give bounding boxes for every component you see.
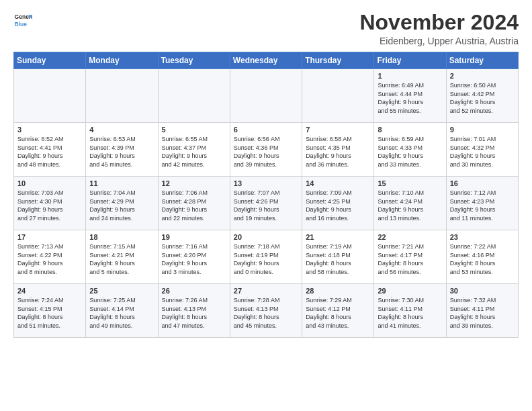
- calendar-cell: 18Sunrise: 7:15 AM Sunset: 4:21 PM Dayli…: [86, 230, 158, 284]
- col-friday: Friday: [374, 52, 446, 69]
- calendar-week-4: 17Sunrise: 7:13 AM Sunset: 4:22 PM Dayli…: [14, 230, 519, 284]
- day-number: 9: [450, 126, 515, 134]
- day-number: 11: [89, 179, 154, 187]
- day-info: Sunrise: 6:53 AM Sunset: 4:39 PM Dayligh…: [89, 135, 154, 169]
- day-number: 30: [450, 287, 515, 295]
- day-number: 19: [162, 233, 226, 241]
- calendar-cell: 9Sunrise: 7:01 AM Sunset: 4:32 PM Daylig…: [446, 123, 518, 177]
- day-info: Sunrise: 7:15 AM Sunset: 4:21 PM Dayligh…: [89, 242, 154, 276]
- day-info: Sunrise: 7:04 AM Sunset: 4:29 PM Dayligh…: [89, 189, 154, 222]
- svg-text:Blue: Blue: [15, 21, 28, 28]
- day-number: 17: [17, 233, 82, 241]
- svg-text:General: General: [15, 13, 32, 20]
- day-info: Sunrise: 7:24 AM Sunset: 4:15 PM Dayligh…: [17, 296, 82, 330]
- day-info: Sunrise: 6:49 AM Sunset: 4:44 PM Dayligh…: [378, 81, 442, 115]
- day-info: Sunrise: 7:13 AM Sunset: 4:22 PM Dayligh…: [17, 242, 82, 276]
- day-info: Sunrise: 7:28 AM Sunset: 4:13 PM Dayligh…: [234, 296, 298, 330]
- calendar-cell: 17Sunrise: 7:13 AM Sunset: 4:22 PM Dayli…: [14, 230, 86, 284]
- calendar-cell: 26Sunrise: 7:26 AM Sunset: 4:13 PM Dayli…: [158, 284, 230, 338]
- calendar-cell: 19Sunrise: 7:16 AM Sunset: 4:20 PM Dayli…: [158, 230, 230, 284]
- month-year-title: November 2024: [359, 11, 519, 34]
- day-number: 15: [378, 179, 442, 187]
- day-number: 3: [17, 126, 82, 134]
- calendar-cell: 10Sunrise: 7:03 AM Sunset: 4:30 PM Dayli…: [14, 177, 86, 230]
- day-number: 23: [450, 233, 515, 241]
- day-info: Sunrise: 7:26 AM Sunset: 4:13 PM Dayligh…: [162, 296, 226, 330]
- calendar-cell: 16Sunrise: 7:12 AM Sunset: 4:23 PM Dayli…: [446, 177, 518, 230]
- calendar-cell: 4Sunrise: 6:53 AM Sunset: 4:39 PM Daylig…: [86, 123, 158, 177]
- calendar-cell: 29Sunrise: 7:30 AM Sunset: 4:11 PM Dayli…: [374, 284, 446, 338]
- day-number: 25: [89, 287, 154, 295]
- day-number: 10: [17, 179, 82, 187]
- day-number: 18: [89, 233, 154, 241]
- calendar-week-1: 1Sunrise: 6:49 AM Sunset: 4:44 PM Daylig…: [14, 69, 519, 123]
- day-info: Sunrise: 7:09 AM Sunset: 4:25 PM Dayligh…: [306, 189, 370, 222]
- page-container: General Blue November 2024 Eidenberg, Up…: [0, 0, 532, 345]
- calendar-cell: 3Sunrise: 6:52 AM Sunset: 4:41 PM Daylig…: [14, 123, 86, 177]
- calendar-cell: 25Sunrise: 7:25 AM Sunset: 4:14 PM Dayli…: [86, 284, 158, 338]
- calendar-cell: 22Sunrise: 7:21 AM Sunset: 4:17 PM Dayli…: [374, 230, 446, 284]
- day-info: Sunrise: 7:07 AM Sunset: 4:26 PM Dayligh…: [234, 189, 298, 222]
- calendar-cell: 21Sunrise: 7:19 AM Sunset: 4:18 PM Dayli…: [302, 230, 374, 284]
- day-number: 16: [450, 179, 515, 187]
- calendar-cell: 1Sunrise: 6:49 AM Sunset: 4:44 PM Daylig…: [374, 69, 446, 123]
- day-number: 12: [162, 179, 226, 187]
- day-info: Sunrise: 6:56 AM Sunset: 4:36 PM Dayligh…: [234, 135, 298, 169]
- day-number: 14: [306, 179, 370, 187]
- day-number: 24: [17, 287, 82, 295]
- day-info: Sunrise: 7:25 AM Sunset: 4:14 PM Dayligh…: [89, 296, 154, 330]
- day-info: Sunrise: 6:50 AM Sunset: 4:42 PM Dayligh…: [450, 81, 515, 115]
- day-info: Sunrise: 7:06 AM Sunset: 4:28 PM Dayligh…: [162, 189, 226, 222]
- day-number: 1: [378, 72, 442, 80]
- calendar-cell: 11Sunrise: 7:04 AM Sunset: 4:29 PM Dayli…: [86, 177, 158, 230]
- calendar-cell: [86, 69, 158, 123]
- calendar-week-3: 10Sunrise: 7:03 AM Sunset: 4:30 PM Dayli…: [14, 177, 519, 230]
- calendar-cell: 8Sunrise: 6:59 AM Sunset: 4:33 PM Daylig…: [374, 123, 446, 177]
- calendar-cell: 2Sunrise: 6:50 AM Sunset: 4:42 PM Daylig…: [446, 69, 518, 123]
- logo-icon: General Blue: [13, 11, 32, 30]
- day-number: 4: [89, 126, 154, 134]
- logo: General Blue: [13, 11, 32, 30]
- day-number: 26: [162, 287, 226, 295]
- day-number: 6: [234, 126, 298, 134]
- day-number: 21: [306, 233, 370, 241]
- day-number: 20: [234, 233, 298, 241]
- location-subtitle: Eidenberg, Upper Austria, Austria: [359, 36, 519, 46]
- day-info: Sunrise: 7:22 AM Sunset: 4:16 PM Dayligh…: [450, 242, 515, 276]
- day-info: Sunrise: 7:16 AM Sunset: 4:20 PM Dayligh…: [162, 242, 226, 276]
- day-number: 2: [450, 72, 515, 80]
- calendar-cell: [302, 69, 374, 123]
- day-info: Sunrise: 7:32 AM Sunset: 4:11 PM Dayligh…: [450, 296, 515, 330]
- day-info: Sunrise: 7:29 AM Sunset: 4:12 PM Dayligh…: [306, 296, 370, 330]
- day-number: 5: [162, 126, 226, 134]
- day-info: Sunrise: 7:18 AM Sunset: 4:19 PM Dayligh…: [234, 242, 298, 276]
- calendar-cell: 28Sunrise: 7:29 AM Sunset: 4:12 PM Dayli…: [302, 284, 374, 338]
- day-number: 8: [378, 126, 442, 134]
- day-number: 29: [378, 287, 442, 295]
- calendar-week-2: 3Sunrise: 6:52 AM Sunset: 4:41 PM Daylig…: [14, 123, 519, 177]
- calendar-cell: 7Sunrise: 6:58 AM Sunset: 4:35 PM Daylig…: [302, 123, 374, 177]
- day-info: Sunrise: 7:19 AM Sunset: 4:18 PM Dayligh…: [306, 242, 370, 276]
- header: General Blue November 2024 Eidenberg, Up…: [13, 11, 519, 46]
- day-info: Sunrise: 6:59 AM Sunset: 4:33 PM Dayligh…: [378, 135, 442, 169]
- calendar-cell: 5Sunrise: 6:55 AM Sunset: 4:37 PM Daylig…: [158, 123, 230, 177]
- col-sunday: Sunday: [14, 52, 86, 69]
- calendar-cell: 23Sunrise: 7:22 AM Sunset: 4:16 PM Dayli…: [446, 230, 518, 284]
- day-info: Sunrise: 7:12 AM Sunset: 4:23 PM Dayligh…: [450, 189, 515, 222]
- day-info: Sunrise: 7:30 AM Sunset: 4:11 PM Dayligh…: [378, 296, 442, 330]
- calendar-cell: [14, 69, 86, 123]
- calendar-cell: 15Sunrise: 7:10 AM Sunset: 4:24 PM Dayli…: [374, 177, 446, 230]
- col-monday: Monday: [86, 52, 158, 69]
- day-info: Sunrise: 7:21 AM Sunset: 4:17 PM Dayligh…: [378, 242, 442, 276]
- col-saturday: Saturday: [446, 52, 518, 69]
- day-info: Sunrise: 6:55 AM Sunset: 4:37 PM Dayligh…: [162, 135, 226, 169]
- calendar-cell: 13Sunrise: 7:07 AM Sunset: 4:26 PM Dayli…: [230, 177, 302, 230]
- calendar-cell: 27Sunrise: 7:28 AM Sunset: 4:13 PM Dayli…: [230, 284, 302, 338]
- calendar-cell: 14Sunrise: 7:09 AM Sunset: 4:25 PM Dayli…: [302, 177, 374, 230]
- day-info: Sunrise: 7:10 AM Sunset: 4:24 PM Dayligh…: [378, 189, 442, 222]
- day-number: 13: [234, 179, 298, 187]
- calendar-cell: 24Sunrise: 7:24 AM Sunset: 4:15 PM Dayli…: [14, 284, 86, 338]
- calendar-cell: [158, 69, 230, 123]
- day-info: Sunrise: 6:52 AM Sunset: 4:41 PM Dayligh…: [17, 135, 82, 169]
- day-number: 7: [306, 126, 370, 134]
